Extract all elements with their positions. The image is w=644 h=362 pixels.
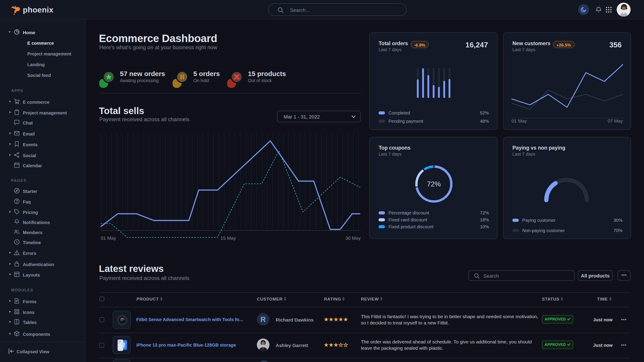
svg-text:72%: 72% [427,180,441,188]
svg-text:15 May: 15 May [221,235,236,241]
svg-text:01 May: 01 May [512,118,527,123]
svg-text:30 May: 30 May [345,235,361,241]
svg-text:07 May: 07 May [608,118,623,123]
svg-text:01 May: 01 May [101,235,116,241]
